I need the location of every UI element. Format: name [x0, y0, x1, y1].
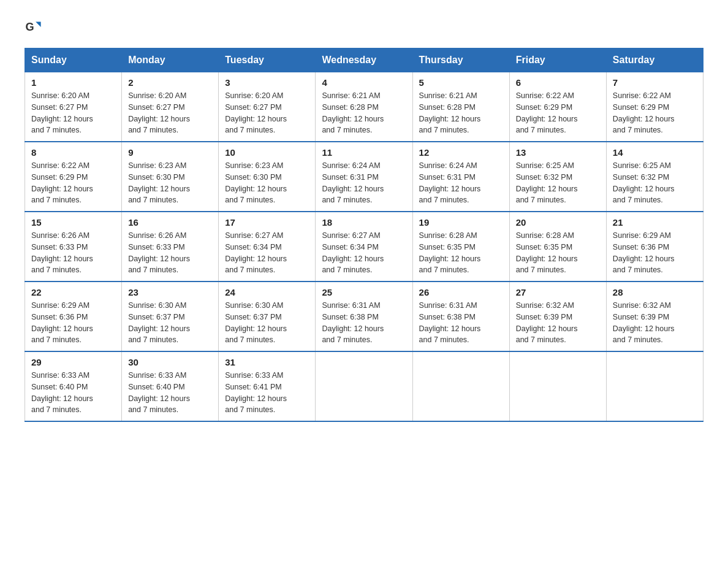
day-number: 16 — [128, 217, 212, 228]
calendar-cell: 8 Sunrise: 6:22 AMSunset: 6:29 PMDayligh… — [25, 142, 122, 212]
calendar-cell: 16 Sunrise: 6:26 AMSunset: 6:33 PMDaylig… — [122, 212, 219, 282]
logo: G — [25, 18, 44, 36]
day-number: 18 — [322, 217, 406, 228]
day-number: 19 — [419, 217, 503, 228]
day-info: Sunrise: 6:32 AMSunset: 6:39 PMDaylight:… — [516, 300, 600, 346]
day-number: 27 — [516, 287, 600, 297]
page-header: G — [25, 18, 703, 36]
week-row-1: 1 Sunrise: 6:20 AMSunset: 6:27 PMDayligh… — [25, 72, 703, 142]
day-info: Sunrise: 6:33 AMSunset: 6:40 PMDaylight:… — [128, 370, 212, 416]
calendar-cell: 26 Sunrise: 6:31 AMSunset: 6:38 PMDaylig… — [412, 282, 509, 351]
calendar-cell — [316, 351, 412, 421]
week-row-2: 8 Sunrise: 6:22 AMSunset: 6:29 PMDayligh… — [25, 142, 703, 212]
day-info: Sunrise: 6:20 AMSunset: 6:27 PMDaylight:… — [31, 90, 115, 136]
calendar-cell: 7 Sunrise: 6:22 AMSunset: 6:29 PMDayligh… — [606, 72, 703, 142]
calendar-cell: 2 Sunrise: 6:20 AMSunset: 6:27 PMDayligh… — [122, 72, 219, 142]
week-row-3: 15 Sunrise: 6:26 AMSunset: 6:33 PMDaylig… — [25, 212, 703, 282]
day-info: Sunrise: 6:22 AMSunset: 6:29 PMDaylight:… — [31, 160, 115, 206]
day-number: 14 — [613, 147, 697, 158]
day-info: Sunrise: 6:22 AMSunset: 6:29 PMDaylight:… — [613, 90, 697, 136]
day-info: Sunrise: 6:20 AMSunset: 6:27 PMDaylight:… — [225, 90, 309, 136]
day-info: Sunrise: 6:24 AMSunset: 6:31 PMDaylight:… — [419, 160, 503, 206]
day-number: 12 — [419, 147, 503, 158]
calendar-cell: 9 Sunrise: 6:23 AMSunset: 6:30 PMDayligh… — [122, 142, 219, 212]
day-info: Sunrise: 6:28 AMSunset: 6:35 PMDaylight:… — [419, 230, 503, 276]
calendar-header-row: SundayMondayTuesdayWednesdayThursdayFrid… — [25, 48, 703, 72]
svg-text:G: G — [25, 21, 34, 33]
day-number: 24 — [225, 287, 309, 297]
calendar-cell: 10 Sunrise: 6:23 AMSunset: 6:30 PMDaylig… — [219, 142, 316, 212]
calendar-cell: 17 Sunrise: 6:27 AMSunset: 6:34 PMDaylig… — [219, 212, 316, 282]
day-info: Sunrise: 6:25 AMSunset: 6:32 PMDaylight:… — [613, 160, 697, 206]
calendar-cell: 22 Sunrise: 6:29 AMSunset: 6:36 PMDaylig… — [25, 282, 122, 351]
day-number: 10 — [225, 147, 309, 158]
day-info: Sunrise: 6:31 AMSunset: 6:38 PMDaylight:… — [419, 300, 503, 346]
day-number: 8 — [31, 147, 115, 158]
calendar-cell: 21 Sunrise: 6:29 AMSunset: 6:36 PMDaylig… — [606, 212, 703, 282]
calendar-cell: 13 Sunrise: 6:25 AMSunset: 6:32 PMDaylig… — [509, 142, 606, 212]
calendar-cell: 20 Sunrise: 6:28 AMSunset: 6:35 PMDaylig… — [509, 212, 606, 282]
svg-marker-1 — [36, 22, 40, 27]
calendar-cell: 31 Sunrise: 6:33 AMSunset: 6:41 PMDaylig… — [219, 351, 316, 421]
day-info: Sunrise: 6:29 AMSunset: 6:36 PMDaylight:… — [613, 230, 697, 276]
day-number: 6 — [516, 77, 600, 88]
calendar-cell: 4 Sunrise: 6:21 AMSunset: 6:28 PMDayligh… — [316, 72, 412, 142]
day-info: Sunrise: 6:27 AMSunset: 6:34 PMDaylight:… — [225, 230, 309, 276]
day-number: 21 — [613, 217, 697, 228]
day-number: 2 — [128, 77, 212, 88]
day-number: 25 — [322, 287, 406, 297]
header-wednesday: Wednesday — [316, 48, 412, 72]
day-number: 5 — [419, 77, 503, 88]
calendar-cell: 29 Sunrise: 6:33 AMSunset: 6:40 PMDaylig… — [25, 351, 122, 421]
day-number: 7 — [613, 77, 697, 88]
calendar-cell: 3 Sunrise: 6:20 AMSunset: 6:27 PMDayligh… — [219, 72, 316, 142]
header-monday: Monday — [122, 48, 219, 72]
header-tuesday: Tuesday — [219, 48, 316, 72]
day-info: Sunrise: 6:31 AMSunset: 6:38 PMDaylight:… — [322, 300, 406, 346]
day-number: 1 — [31, 77, 115, 88]
calendar-cell — [412, 351, 509, 421]
calendar-cell: 28 Sunrise: 6:32 AMSunset: 6:39 PMDaylig… — [606, 282, 703, 351]
day-info: Sunrise: 6:21 AMSunset: 6:28 PMDaylight:… — [322, 90, 406, 136]
calendar-cell: 6 Sunrise: 6:22 AMSunset: 6:29 PMDayligh… — [509, 72, 606, 142]
day-number: 9 — [128, 147, 212, 158]
day-number: 23 — [128, 287, 212, 297]
calendar-cell: 25 Sunrise: 6:31 AMSunset: 6:38 PMDaylig… — [316, 282, 412, 351]
week-row-5: 29 Sunrise: 6:33 AMSunset: 6:40 PMDaylig… — [25, 351, 703, 421]
calendar-cell: 18 Sunrise: 6:27 AMSunset: 6:34 PMDaylig… — [316, 212, 412, 282]
day-info: Sunrise: 6:23 AMSunset: 6:30 PMDaylight:… — [128, 160, 212, 206]
calendar-cell: 15 Sunrise: 6:26 AMSunset: 6:33 PMDaylig… — [25, 212, 122, 282]
day-info: Sunrise: 6:24 AMSunset: 6:31 PMDaylight:… — [322, 160, 406, 206]
day-info: Sunrise: 6:23 AMSunset: 6:30 PMDaylight:… — [225, 160, 309, 206]
day-info: Sunrise: 6:30 AMSunset: 6:37 PMDaylight:… — [225, 300, 309, 346]
calendar-cell: 14 Sunrise: 6:25 AMSunset: 6:32 PMDaylig… — [606, 142, 703, 212]
day-info: Sunrise: 6:33 AMSunset: 6:41 PMDaylight:… — [225, 370, 309, 416]
day-number: 15 — [31, 217, 115, 228]
calendar-cell: 12 Sunrise: 6:24 AMSunset: 6:31 PMDaylig… — [412, 142, 509, 212]
day-number: 28 — [613, 287, 697, 297]
day-info: Sunrise: 6:22 AMSunset: 6:29 PMDaylight:… — [516, 90, 600, 136]
day-number: 31 — [225, 357, 309, 367]
calendar-cell — [606, 351, 703, 421]
header-sunday: Sunday — [25, 48, 122, 72]
day-number: 3 — [225, 77, 309, 88]
day-number: 20 — [516, 217, 600, 228]
calendar-cell: 11 Sunrise: 6:24 AMSunset: 6:31 PMDaylig… — [316, 142, 412, 212]
calendar-table: SundayMondayTuesdayWednesdayThursdayFrid… — [25, 48, 703, 422]
day-number: 4 — [322, 77, 406, 88]
week-row-4: 22 Sunrise: 6:29 AMSunset: 6:36 PMDaylig… — [25, 282, 703, 351]
header-saturday: Saturday — [606, 48, 703, 72]
day-number: 13 — [516, 147, 600, 158]
day-number: 17 — [225, 217, 309, 228]
calendar-cell: 5 Sunrise: 6:21 AMSunset: 6:28 PMDayligh… — [412, 72, 509, 142]
day-info: Sunrise: 6:27 AMSunset: 6:34 PMDaylight:… — [322, 230, 406, 276]
day-info: Sunrise: 6:32 AMSunset: 6:39 PMDaylight:… — [613, 300, 697, 346]
day-number: 29 — [31, 357, 115, 367]
calendar-cell: 24 Sunrise: 6:30 AMSunset: 6:37 PMDaylig… — [219, 282, 316, 351]
header-thursday: Thursday — [412, 48, 509, 72]
day-info: Sunrise: 6:20 AMSunset: 6:27 PMDaylight:… — [128, 90, 212, 136]
calendar-cell: 30 Sunrise: 6:33 AMSunset: 6:40 PMDaylig… — [122, 351, 219, 421]
header-friday: Friday — [509, 48, 606, 72]
day-info: Sunrise: 6:26 AMSunset: 6:33 PMDaylight:… — [31, 230, 115, 276]
day-info: Sunrise: 6:28 AMSunset: 6:35 PMDaylight:… — [516, 230, 600, 276]
